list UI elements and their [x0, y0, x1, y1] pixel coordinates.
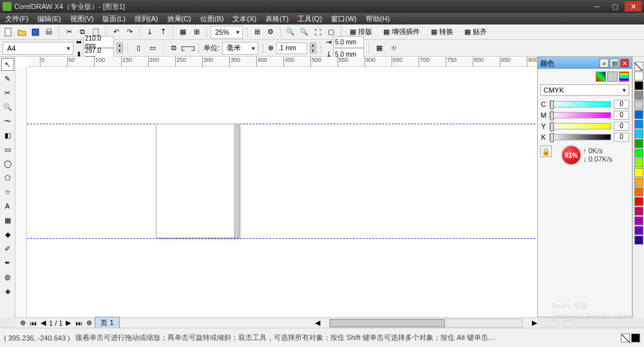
next-page-button[interactable]: ▶ — [64, 319, 73, 328]
options-button[interactable]: ⚙ — [265, 26, 276, 38]
pick-tool[interactable]: ↖ — [1, 58, 14, 71]
channel-value[interactable]: 0 — [614, 111, 629, 120]
menu-item[interactable]: 表格(T) — [263, 14, 291, 24]
color-swatch[interactable] — [634, 226, 643, 235]
channel-value[interactable]: 0 — [614, 122, 629, 131]
export-button[interactable]: ⤒ — [157, 26, 169, 38]
menu-item[interactable]: 位图(B) — [198, 14, 227, 24]
docker-menu-button[interactable]: ▤ — [610, 59, 619, 68]
color-swatch[interactable] — [634, 158, 643, 167]
color-swatch[interactable] — [634, 216, 643, 225]
outline-tool[interactable]: ✒ — [1, 256, 14, 269]
snap-button[interactable]: ⊞ — [251, 26, 263, 38]
color-swatch[interactable] — [634, 139, 643, 148]
freehand-tool[interactable]: 〜 — [1, 115, 14, 127]
treat-as-filled-button[interactable]: ▦ — [374, 42, 385, 54]
interactive-fill-tool[interactable]: ◈ — [1, 285, 14, 297]
docker-expand-button[interactable]: » — [600, 59, 609, 68]
shape-tool[interactable]: ✎ — [1, 72, 14, 85]
menu-item[interactable]: 效果(C) — [165, 14, 194, 24]
channel-slider[interactable] — [549, 101, 611, 108]
facing-pages-button[interactable]: ⫍⫎ — [182, 42, 194, 54]
channel-slider[interactable] — [549, 112, 611, 118]
page-width-field[interactable]: 210.0 mm — [83, 36, 114, 48]
paper-size-combo[interactable]: A4▾ — [3, 42, 73, 55]
smart-fill-tool[interactable]: ◧ — [1, 129, 14, 142]
channel-slider[interactable] — [549, 134, 611, 140]
toolbar-text-button[interactable]: ▦转换 — [426, 26, 458, 38]
menu-item[interactable]: 编辑(E) — [35, 14, 64, 24]
interactive-tool[interactable]: ◆ — [1, 228, 14, 241]
import-button[interactable]: ⤓ — [144, 26, 155, 38]
color-viewer-button[interactable] — [596, 71, 606, 82]
color-swatch[interactable] — [634, 71, 643, 80]
save-button[interactable] — [30, 26, 41, 38]
prev-page-button[interactable]: ◀ — [39, 319, 48, 328]
scroll-left-button[interactable]: ◀ — [315, 319, 320, 327]
toolbar-text-button[interactable]: ▦贴齐 — [460, 26, 491, 38]
menu-item[interactable]: 排列(A) — [132, 14, 161, 24]
zoom-combo[interactable]: 25%▾ — [211, 26, 243, 39]
new-button[interactable] — [3, 26, 14, 38]
maximize-button[interactable]: ▢ — [607, 1, 623, 12]
scroll-right-button[interactable]: ▶ — [532, 319, 537, 327]
rectangle-tool[interactable]: ▭ — [1, 143, 14, 156]
zoom-tool[interactable]: 🔍 — [1, 100, 14, 113]
zoom-fit-icon[interactable]: ⛶ — [312, 26, 323, 38]
basic-shapes-tool[interactable]: ☆ — [1, 185, 14, 198]
channel-value[interactable]: 0 — [614, 133, 629, 142]
table-tool[interactable]: ▦ — [1, 214, 14, 227]
redo-button[interactable]: ↷ — [124, 26, 135, 38]
color-swatch[interactable] — [634, 91, 643, 100]
fill-tool[interactable]: ◍ — [1, 270, 14, 283]
polygon-tool[interactable]: ⬠ — [1, 171, 14, 184]
no-fill-indicator[interactable] — [621, 333, 630, 342]
nudge-field[interactable]: .1 mm — [276, 42, 307, 54]
add-page-button[interactable]: ⊕ — [18, 319, 27, 328]
pages-button[interactable]: ⧉ — [168, 42, 180, 54]
close-button[interactable]: ✕ — [625, 1, 641, 12]
color-swatch[interactable] — [634, 149, 643, 158]
ruler-vertical[interactable] — [15, 67, 27, 317]
welcome-button[interactable]: ⊞ — [191, 26, 202, 38]
docker-close-button[interactable]: ✕ — [620, 59, 629, 68]
menu-item[interactable]: 文件(F) — [3, 14, 31, 24]
eyedropper-tool[interactable]: ✐ — [1, 242, 14, 255]
color-palette-button[interactable] — [619, 71, 629, 82]
scrollbar-horizontal[interactable] — [329, 319, 523, 328]
app-launcher-button[interactable]: ▦ — [177, 26, 189, 38]
color-slider-button[interactable] — [607, 71, 618, 82]
channel-value[interactable]: 0 — [614, 100, 629, 109]
landscape-button[interactable]: ▭ — [147, 42, 158, 54]
ellipse-tool[interactable]: ◯ — [1, 157, 14, 170]
color-model-combo[interactable]: CMYK▾ — [540, 84, 629, 96]
last-page-button[interactable]: ⏭ — [74, 319, 83, 328]
no-color-swatch[interactable] — [634, 62, 643, 71]
dynamic-guides-button[interactable]: ⊹ — [388, 42, 399, 54]
text-tool[interactable]: A — [1, 200, 14, 212]
menu-item[interactable]: 版面(L) — [100, 14, 128, 24]
menu-item[interactable]: 帮助(H) — [363, 14, 392, 24]
color-swatch[interactable] — [634, 100, 643, 109]
print-button[interactable] — [43, 26, 55, 38]
menu-item[interactable]: 文本(X) — [230, 14, 259, 24]
color-swatch[interactable] — [634, 187, 643, 196]
color-swatch[interactable] — [634, 207, 643, 216]
menu-item[interactable]: 视图(V) — [68, 14, 97, 24]
portrait-button[interactable]: ▯ — [133, 42, 144, 54]
unit-combo[interactable]: 毫米▾ — [222, 42, 258, 55]
color-swatch[interactable] — [634, 81, 643, 90]
open-button[interactable] — [16, 26, 28, 38]
minimize-button[interactable]: ─ — [589, 1, 605, 12]
fill-lock-icon[interactable]: 🔒 — [540, 145, 552, 157]
color-swatch[interactable] — [634, 129, 643, 138]
spin-down[interactable]: ▾ — [117, 48, 123, 53]
cut-button[interactable]: ✂ — [63, 26, 75, 38]
outline-indicator[interactable] — [631, 333, 640, 342]
color-swatch[interactable] — [634, 168, 643, 177]
color-swatch[interactable] — [634, 236, 643, 245]
channel-slider[interactable] — [549, 123, 611, 129]
toolbar-text-button[interactable]: ▦增强插件 — [379, 26, 424, 38]
dup-x-field[interactable]: 5.0 mm — [333, 36, 364, 48]
color-swatch[interactable] — [634, 197, 643, 206]
